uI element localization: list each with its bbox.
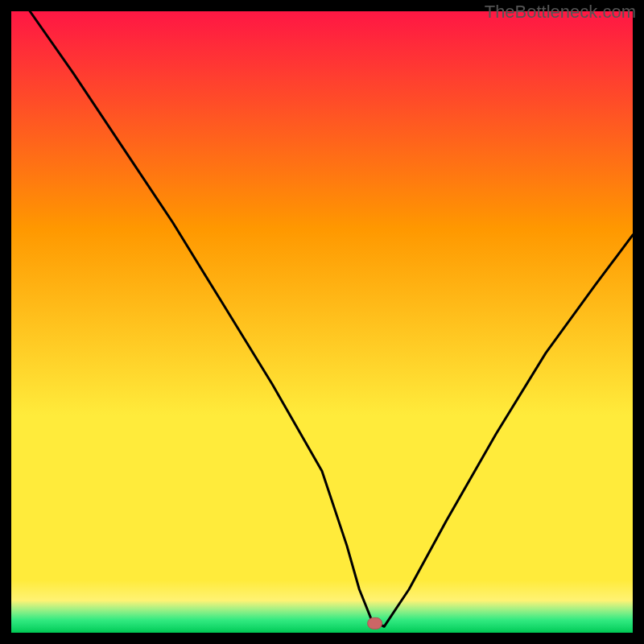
chart-container: TheBottleneck.com (0, 0, 644, 644)
watermark-text: TheBottleneck.com (485, 2, 636, 23)
svg-rect-1 (11, 11, 633, 633)
svg-rect-4 (368, 617, 382, 629)
plot-area (0, 0, 644, 644)
bottleneck-chart (0, 0, 644, 644)
svg-rect-3 (11, 601, 633, 633)
